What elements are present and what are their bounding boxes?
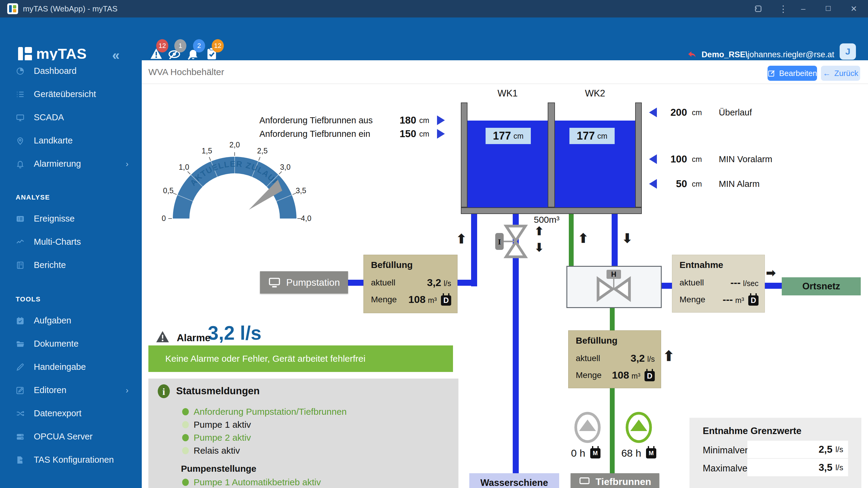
sidebar-item-berichte[interactable]: Berichte [0,254,142,277]
marker-right-icon [437,116,445,125]
logout-arrow-icon [686,49,697,60]
svg-text:0: 0 [162,214,166,223]
window-title: myTAS (WebApp) - myTAS [23,0,118,18]
window-close-button[interactable]: ✕ [850,0,857,18]
threshold-row: Anforderung Tiefbrunnen aus180cm [259,115,445,126]
sidebar-item-landkarte[interactable]: Landkarte [0,129,142,152]
marker-right-icon [437,129,445,139]
calendar-day-icon: D [645,371,655,381]
bell-slash-icon[interactable]: 2 [186,47,200,60]
sidebar-item-aufgaben[interactable]: Aufgaben [0,309,142,332]
marker-left-icon [649,108,657,117]
flow-up-arrow: ⬆ [663,349,675,363]
status-item: Anforderung Pumpstation/Tiefbrunnen [182,405,347,418]
entnahme-panel: Entnahme aktuell---l/sec Menge---m³D [672,255,765,313]
clipboard-check-icon[interactable]: 12 [205,47,218,60]
flow-right-arrow: ➡ [766,267,776,279]
grenzwerte-panel: Entnahme Grenzwerte Minimalverbrauch 2,5… [689,418,861,488]
sidebar-item-tas-konfigurationen[interactable]: TAS Konfigurationen [0,448,142,471]
bell-badge: 2 [193,39,205,53]
marker-min-voralarm: 100cmMIN Voralarm [649,154,772,165]
inflow-gauge: AKTUELLER ZULAUF 0 0,5 1,0 1,5 2,0 2,5 3… [156,134,313,231]
main-content: WVA Hochbehälter Bearbeiten ← Zurück AKT… [142,60,868,488]
ortsnetz-box: Ortsnetz [782,277,861,295]
avatar[interactable]: J [840,43,856,60]
flow-up-arrow: ⬆ [578,232,588,245]
pipe-tiefbrunnen-up [569,214,574,267]
monitor-icon [579,476,590,485]
befuellung-panel-2: Befüllung aktuell3,2l/s Menge108m³D [568,330,661,388]
svg-text:1,5: 1,5 [202,147,212,155]
svg-text:4,0: 4,0 [301,214,312,223]
warning-icon [156,330,169,343]
status-item: Pumpe 1 aktiv [182,418,251,431]
back-button[interactable]: ← Zurück [821,66,860,81]
pump-1-hours: 0 hM [562,447,610,459]
sidebar-item-dokumente[interactable]: Dokumente [0,332,142,355]
marker-left-icon [649,179,657,189]
pumpstation-box[interactable]: Pumpstation [260,271,348,294]
valve-h-label: H [611,270,616,278]
sidebar-item-editoren[interactable]: Editoren › [0,379,142,402]
status-item: Pumpe 2 aktiv [182,431,251,444]
befuellung-panel: Befüllung aktuell3,2l/s Menge108m³D [364,255,458,313]
window-minimize-button[interactable]: – [801,0,805,18]
window-maximize-button[interactable]: ☐ [825,0,831,18]
svg-text:3,5: 3,5 [296,186,306,195]
grenzwerte-title: Entnahme Grenzwerte [703,426,801,436]
calendar-day-icon: D [748,295,758,306]
menu-kebab-icon[interactable]: ⋮ [779,0,788,18]
svg-text:I: I [498,237,501,246]
sidebar-item-datenexport[interactable]: Datenexport [0,402,142,425]
threshold-row: Anforderung Tiefbrunnen ein150cm [259,128,445,139]
status-box: i Statusmeldungen Anforderung Pumpstatio… [148,379,459,488]
alarm-warning-icon[interactable]: 12 [150,47,163,60]
sidebar-item-ereignisse[interactable]: Ereignisse [0,207,142,230]
tank-caption-wk1: WK1 [485,88,530,99]
tank-caption-wk2: WK2 [572,88,618,99]
app-header: myTAS « 12 1 2 12 Demo_RSE\johannes.rieg… [0,18,868,60]
valve-h-box[interactable]: H [566,266,662,308]
sidebar-item-geraeteuebersicht[interactable]: Geräteübersicht [0,83,142,106]
max-consumption-value[interactable]: 3,5l/s [747,459,848,476]
sidebar-item-scada[interactable]: SCADA [0,106,142,129]
sidebar-item-handeingabe[interactable]: Handeingabe [0,355,142,379]
chevron-right-icon: › [126,159,128,169]
level-indicator-wk2: 177cm [569,128,615,144]
pump-2-hours: 68 hM [615,447,663,459]
flow-up-arrow: ⬆ [456,233,467,246]
sidebar-item-alarmierung[interactable]: Alarmierung › [0,152,142,175]
pipe-inflow-vertical [471,214,477,286]
pipe-tank-down [612,214,618,267]
monitor-icon [268,277,281,288]
pipe-entnahme-right [764,283,782,289]
min-consumption-value[interactable]: 2,5l/s [747,441,848,458]
flow-down-arrow: ⬇ [622,232,632,245]
tank-divider [548,102,555,207]
chevron-right-icon: › [126,386,128,395]
app-favicon [7,3,18,14]
tank-wall [461,102,467,207]
pump-1-icon[interactable] [573,411,602,444]
tank-volume-label: 500m³ [534,215,559,225]
alarm-banner: Keine Alarme oder Fehler, Gerät arbeitet… [148,346,453,372]
pipe-entnahme-left [660,283,672,289]
status-item: Relais aktiv [182,444,240,457]
sidebar-item-opcua[interactable]: OPCUA Server [0,425,142,448]
sidebar-item-multicharts[interactable]: Multi-Charts [0,230,142,254]
tiefbrunnen-box[interactable]: Tiefbrunnen [570,473,659,488]
sidebar-item-dashboard[interactable]: Dashboard [0,59,142,83]
valve-motor-icon[interactable]: I [494,223,533,260]
pump-2-icon[interactable] [624,411,653,444]
browser-app-icon[interactable] [753,0,763,18]
status-title: Statusmeldungen [176,385,260,397]
sidebar-section-analyse: ANALYSE [16,194,50,201]
svg-text:2,5: 2,5 [257,147,268,155]
svg-text:3,0: 3,0 [280,163,291,171]
page-title: WVA Hochbehälter [148,60,224,84]
eye-slash-icon[interactable]: 1 [168,47,181,60]
window-titlebar: myTAS (WebApp) - myTAS ⋮ – ☐ ✕ [0,0,868,18]
tank-wall [635,102,642,207]
status-item: Pumpe 1 Automatikbetrieb aktiv [182,476,321,488]
edit-button[interactable]: Bearbeiten [768,66,817,81]
